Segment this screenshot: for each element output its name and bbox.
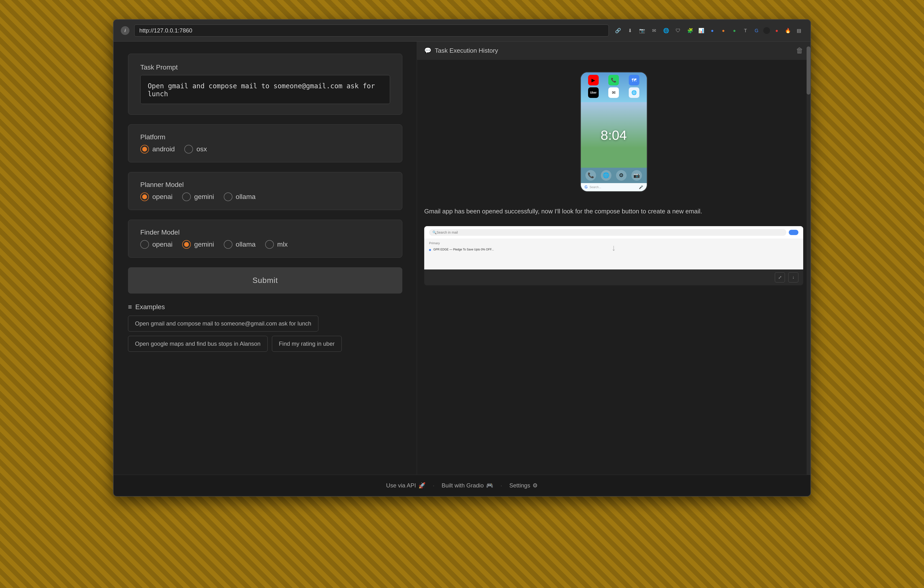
scroll-thumb[interactable] — [807, 46, 810, 95]
ext-g-icon[interactable]: G — [752, 26, 761, 35]
mail-unread-dot — [429, 249, 431, 251]
use-api-link[interactable]: Use via API 🚀 — [386, 482, 426, 489]
android-radio-outer[interactable] — [140, 145, 149, 153]
planner-openai-inner — [142, 194, 147, 199]
gmail-app-icon: ✉ — [608, 87, 619, 98]
finder-label: Finder Model — [140, 229, 390, 236]
finder-openai-label: openai — [152, 240, 173, 248]
ext-brand-icon[interactable]: 🔥 — [784, 26, 792, 35]
planner-openai[interactable]: openai — [140, 193, 173, 201]
example-btn-1[interactable]: Open google maps and find bus stops in A… — [128, 336, 267, 352]
trash-icon[interactable]: 🗑 — [796, 46, 803, 54]
footer-sep-2: · — [500, 482, 502, 489]
osx-radio-outer[interactable] — [184, 145, 193, 153]
history-content[interactable]: ▶ 📞 🗺 Uber ✉ 🌐 — [417, 60, 810, 475]
example-buttons-container: Open gmail and compose mail to someone@g… — [128, 316, 402, 352]
use-api-label: Use via API — [386, 482, 416, 489]
browser-chrome: i http://127.0.0.1:7860 🔗 ⬇ 📷 ✉ 🌐 🛡 🧩 📊 … — [114, 20, 810, 42]
ext-t-icon[interactable]: T — [741, 26, 750, 35]
built-with-link[interactable]: Built with Gradio 🎮 — [442, 482, 493, 489]
mail-preview-content: 🔍 Search in mail Primary GPR EDGE — Pled… — [424, 226, 803, 270]
planner-gemini-outer[interactable] — [182, 193, 191, 201]
mail-icon[interactable]: ✉ — [650, 26, 658, 35]
right-panel: 💬 Task Execution History 🗑 ▶ — [417, 42, 810, 475]
youtube-app-icon: ▶ — [588, 75, 599, 86]
task-input[interactable]: Open gmail and compose mail to someone@g… — [140, 75, 390, 104]
ext-dark-circle[interactable] — [763, 27, 770, 34]
execution-history-tab: 💬 Task Execution History 🗑 — [417, 42, 810, 60]
expand-preview-btn[interactable]: ⤢ — [775, 272, 785, 282]
phone-screenshot-container: ▶ 📞 🗺 Uber ✉ 🌐 — [424, 67, 803, 197]
finder-ollama[interactable]: ollama — [224, 240, 256, 249]
scrollbar[interactable] — [807, 42, 810, 475]
settings-label: Settings — [510, 482, 530, 489]
finder-mlx[interactable]: mlx — [265, 240, 288, 249]
status-text: Gmail app has been opened successfully, … — [424, 204, 803, 219]
finder-gemini[interactable]: gemini — [182, 240, 214, 249]
mic-icon: 🎤 — [639, 185, 643, 189]
ext-puzzle-icon[interactable]: 🧩 — [686, 26, 695, 35]
globe-icon[interactable]: 🌐 — [662, 26, 670, 35]
phone-app-row-1: ▶ 📞 🗺 — [583, 75, 644, 86]
camera-icon[interactable]: 📷 — [638, 26, 646, 35]
finder-ollama-outer[interactable] — [224, 240, 233, 249]
mail-search-text: Search in mail — [437, 231, 458, 234]
example-btn-2[interactable]: Find my rating in uber — [272, 336, 342, 352]
settings-link[interactable]: Settings ⚙ — [510, 482, 538, 489]
ext-blue-icon[interactable]: ● — [708, 26, 716, 35]
footer-sep-1: · — [433, 482, 435, 489]
ext-sidebar-icon[interactable]: ▤ — [795, 26, 803, 35]
planner-ollama-outer[interactable] — [224, 193, 233, 201]
finder-gemini-label: gemini — [194, 240, 214, 248]
phone-body: ▶ 📞 🗺 Uber ✉ 🌐 — [580, 72, 647, 192]
platform-label: Platform — [140, 133, 390, 141]
phone-bottom-app-3: ⚙ — [616, 170, 627, 181]
ext-orange-circle[interactable]: ● — [719, 26, 728, 35]
ext-chart-icon[interactable]: 📊 — [697, 26, 706, 35]
ext-green-icon[interactable]: ● — [730, 26, 739, 35]
search-icon-mail: 🔍 — [432, 231, 437, 234]
finder-openai-outer[interactable] — [140, 240, 149, 249]
osx-label: osx — [196, 145, 207, 153]
download-preview-btn[interactable]: ↓ — [788, 272, 799, 282]
built-with-label: Built with Gradio — [442, 482, 483, 489]
finder-mlx-outer[interactable] — [265, 240, 274, 249]
download-icon[interactable]: ⬇ — [625, 26, 634, 35]
planner-ollama[interactable]: ollama — [224, 193, 256, 201]
finder-openai[interactable]: openai — [140, 240, 173, 249]
google-g-icon: G — [585, 185, 587, 189]
ext-red-icon[interactable]: ● — [772, 26, 781, 35]
shield-icon[interactable]: 🛡 — [674, 26, 682, 35]
tab-label-container: 💬 Task Execution History — [424, 47, 498, 54]
planner-label: Planner Model — [140, 181, 390, 189]
platform-section: Platform android osx — [128, 124, 402, 162]
planner-openai-outer[interactable] — [140, 193, 149, 201]
platform-radio-group: android osx — [140, 145, 390, 153]
phone-bottom-app-4: 📷 — [631, 170, 642, 181]
task-prompt-section: Task Prompt Open gmail and compose mail … — [128, 54, 402, 115]
submit-button[interactable]: Submit — [128, 267, 402, 293]
extensions-area: 🧩 📊 ● ● ● T G ● 🔥 ▤ — [686, 26, 803, 35]
mail-search-bar: 🔍 Search in mail — [429, 229, 786, 236]
platform-android[interactable]: android — [140, 145, 175, 153]
another-app-icon: 🌐 — [629, 87, 639, 98]
tab-label-text: Task Execution History — [435, 47, 498, 54]
link-icon[interactable]: 🔗 — [614, 26, 622, 35]
mail-toggle — [789, 230, 799, 235]
planner-radio-group: openai gemini ollama — [140, 193, 390, 201]
platform-osx[interactable]: osx — [184, 145, 207, 153]
url-bar[interactable]: http://127.0.0.1:7860 — [134, 25, 609, 36]
gradio-icon: 🎮 — [486, 482, 493, 489]
api-rocket-icon: 🚀 — [418, 482, 426, 489]
finder-gemini-outer[interactable] — [182, 240, 191, 249]
task-prompt-label: Task Prompt — [140, 64, 390, 71]
example-btn-0[interactable]: Open gmail and compose mail to someone@g… — [128, 316, 318, 331]
whatsapp-app-icon: 📞 — [608, 75, 619, 86]
planner-gemini-label: gemini — [194, 193, 214, 201]
planner-gemini[interactable]: gemini — [182, 193, 214, 201]
finder-radio-group: openai gemini ollama mlx — [140, 240, 390, 249]
finder-gemini-inner — [184, 242, 189, 247]
browser-window: i http://127.0.0.1:7860 🔗 ⬇ 📷 ✉ 🌐 🛡 🧩 📊 … — [113, 19, 811, 497]
phone-time-area: 8:04 — [581, 102, 647, 168]
planner-ollama-label: ollama — [236, 193, 256, 201]
